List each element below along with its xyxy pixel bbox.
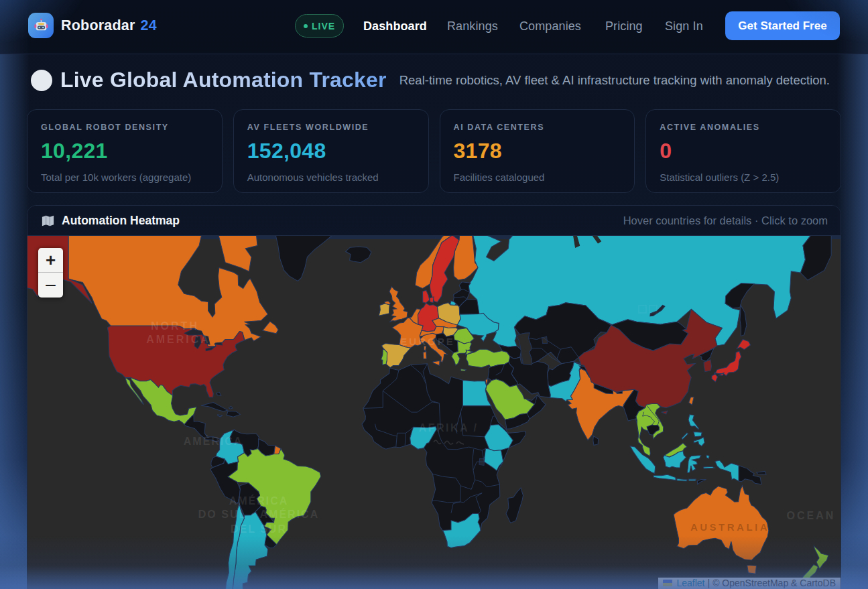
svg-text:DO SUL · AMÉRICA: DO SUL · AMÉRICA [198,508,319,520]
svg-text:AMÉRICA: AMÉRICA [229,495,289,507]
svg-text:AMERICA: AMERICA [146,334,210,345]
svg-text:NORTH: NORTH [151,320,199,332]
svg-text:AUSTRALIA: AUSTRALIA [690,521,769,533]
svg-text:DEL SUR: DEL SUR [231,523,287,535]
svg-text:OCEAN: OCEAN [787,510,836,521]
svg-text:AFRIKA /: AFRIKA / [419,422,479,434]
svg-text:AMÉRICA: AMÉRICA [184,435,243,447]
svg-text:EUROPE: EUROPE [400,336,454,347]
